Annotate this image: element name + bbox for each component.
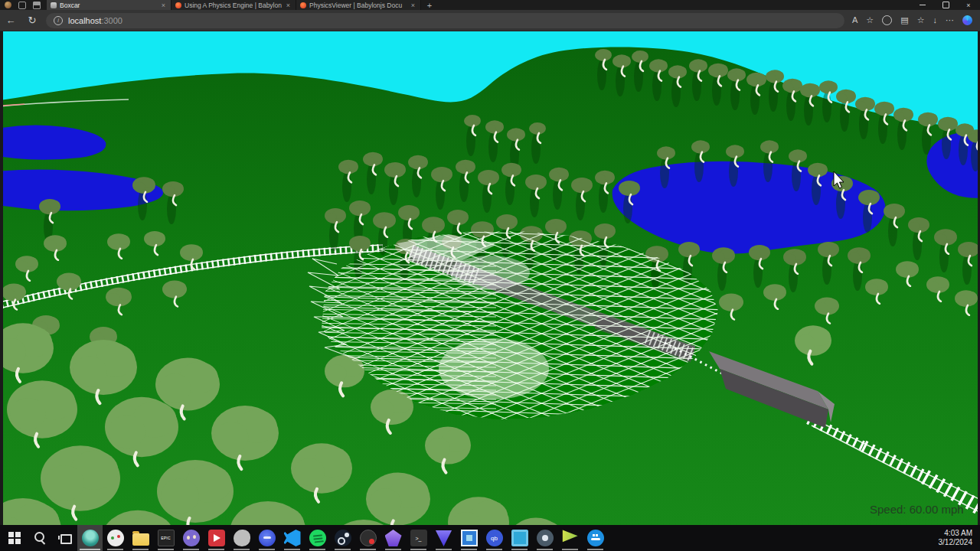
blue-tile-app-icon[interactable] bbox=[507, 525, 532, 551]
white-circle-app-icon-glyph bbox=[107, 530, 124, 546]
epic-games-icon[interactable]: EPIC bbox=[153, 525, 178, 551]
active-app-icon[interactable] bbox=[77, 525, 103, 551]
page-favicon bbox=[51, 2, 57, 8]
back-button[interactable]: ← bbox=[0, 15, 21, 26]
photos-app-icon[interactable] bbox=[456, 525, 482, 551]
collections-book-icon[interactable]: ▤ bbox=[900, 16, 908, 24]
taskbar: EPIC>_qb 4:03 AM 3/12/2024 bbox=[0, 525, 980, 551]
browser-essentials-icon[interactable] bbox=[882, 15, 892, 25]
tab-close-icon[interactable]: × bbox=[410, 2, 416, 9]
red-media-app-icon[interactable] bbox=[204, 525, 229, 551]
flag-app-icon[interactable] bbox=[557, 525, 583, 551]
babylon-scene: Speed: 60.00 mph bbox=[0, 31, 980, 525]
spotify-icon-glyph bbox=[309, 530, 326, 546]
refresh-button[interactable]: ↻ bbox=[21, 15, 43, 26]
quickbooks-app-icon-glyph: qb bbox=[486, 530, 503, 546]
blue-orb-app-icon-glyph bbox=[259, 530, 276, 546]
gray-circle-app-icon-glyph bbox=[537, 530, 554, 546]
new-tab-button[interactable]: + bbox=[421, 0, 438, 10]
tab-title: PhysicsViewer | Babylonjs Docu bbox=[309, 2, 407, 9]
scene-canvas[interactable]: Speed: 60.00 mph bbox=[0, 31, 980, 525]
terminal-icon-glyph: >_ bbox=[410, 530, 427, 546]
address-bar[interactable]: i localhost:3000 bbox=[46, 13, 844, 28]
tree bbox=[366, 473, 430, 525]
window-controls: × bbox=[911, 0, 980, 10]
system-tray-clock[interactable]: 4:03 AM 3/12/2024 bbox=[939, 525, 980, 551]
titlebar-left-icons bbox=[0, 0, 47, 10]
docker-icon[interactable] bbox=[583, 525, 608, 551]
photos-app-icon-glyph bbox=[461, 530, 478, 546]
search-button[interactable] bbox=[27, 525, 52, 551]
clock-date: 3/12/2024 bbox=[939, 538, 973, 547]
start-button-glyph bbox=[6, 530, 23, 546]
babylon-favicon bbox=[175, 2, 181, 8]
task-view-button-glyph bbox=[57, 530, 74, 546]
downloads-icon[interactable]: ↓ bbox=[933, 16, 938, 24]
profile-avatar[interactable] bbox=[5, 2, 11, 8]
file-explorer-icon-glyph bbox=[132, 533, 149, 546]
workspaces-icon[interactable] bbox=[18, 2, 26, 9]
recorder-app-icon-glyph bbox=[360, 530, 377, 546]
file-explorer-icon[interactable] bbox=[128, 525, 153, 551]
active-app-icon-glyph bbox=[82, 530, 99, 546]
tab-actions-icon[interactable] bbox=[33, 2, 41, 9]
tab-physicsviewer-babylonjs-[interactable]: PhysicsViewer | Babylonjs Docu× bbox=[296, 0, 421, 10]
tab-title: Using A Physics Engine | Babylon bbox=[185, 2, 282, 9]
sticker-app-icon-glyph bbox=[234, 530, 250, 546]
desktop: Boxcar×Using A Physics Engine | Babylon×… bbox=[0, 0, 980, 551]
speed-readout: Speed: 60.00 mph bbox=[870, 503, 964, 516]
terminal-icon[interactable]: >_ bbox=[406, 525, 431, 551]
tab-using-a-physics-engine-b[interactable]: Using A Physics Engine | Babylon× bbox=[172, 0, 296, 10]
site-info-icon[interactable]: i bbox=[54, 16, 63, 25]
triangle-app-icon[interactable] bbox=[431, 525, 456, 551]
vscode-icon[interactable] bbox=[279, 525, 305, 551]
close-window-button[interactable]: × bbox=[957, 0, 980, 10]
settings-more-icon[interactable]: ⋯ bbox=[946, 16, 954, 24]
copilot-icon[interactable] bbox=[962, 15, 972, 25]
blue-orb-app-icon[interactable] bbox=[254, 525, 279, 551]
browser-titlebar: Boxcar×Using A Physics Engine | Babylon×… bbox=[0, 0, 980, 10]
favorites-star-icon[interactable]: ☆ bbox=[866, 16, 874, 24]
left-edge-bar bbox=[0, 31, 3, 525]
browser-toolbar: ← ↻ i localhost:3000 A☆▤☆↓⋯ bbox=[0, 10, 980, 31]
blue-tile-app-icon-glyph bbox=[511, 530, 528, 546]
tab-strip: Boxcar×Using A Physics Engine | Babylon×… bbox=[47, 0, 421, 10]
quickbooks-app-icon[interactable]: qb bbox=[482, 525, 507, 551]
toolbar-actions: A☆▤☆↓⋯ bbox=[852, 15, 980, 25]
epic-games-icon-glyph: EPIC bbox=[158, 530, 175, 546]
vscode-icon-glyph bbox=[284, 530, 301, 546]
tab-boxcar[interactable]: Boxcar× bbox=[47, 0, 172, 10]
task-view-button[interactable] bbox=[52, 525, 77, 551]
steam-icon-glyph bbox=[335, 530, 351, 546]
sticker-app-icon[interactable] bbox=[229, 525, 254, 551]
taskbar-icons: EPIC>_qb bbox=[0, 525, 608, 551]
tab-close-icon[interactable]: × bbox=[160, 2, 167, 9]
gem-app-icon[interactable] bbox=[381, 525, 406, 551]
docker-icon-glyph bbox=[587, 530, 604, 546]
minimize-button[interactable] bbox=[911, 0, 934, 10]
gray-circle-app-icon[interactable] bbox=[532, 525, 557, 551]
collections-star-icon[interactable]: ☆ bbox=[917, 16, 925, 24]
white-circle-app-icon[interactable] bbox=[103, 525, 128, 551]
gem-app-icon-glyph bbox=[385, 530, 402, 546]
restore-button[interactable] bbox=[934, 0, 957, 10]
spotify-icon[interactable] bbox=[305, 525, 330, 551]
tab-close-icon[interactable]: × bbox=[285, 2, 292, 9]
purple-chat-app-icon-glyph bbox=[183, 530, 200, 546]
flag-app-icon-glyph bbox=[562, 530, 579, 546]
tab-title: Boxcar bbox=[60, 2, 157, 9]
clock-time: 4:03 AM bbox=[944, 529, 972, 538]
purple-chat-app-icon[interactable] bbox=[178, 525, 204, 551]
steam-icon[interactable] bbox=[330, 525, 355, 551]
triangle-app-icon-glyph bbox=[436, 530, 452, 546]
red-media-app-icon-glyph bbox=[208, 530, 225, 546]
read-aloud-icon[interactable]: A bbox=[852, 16, 858, 24]
babylon-favicon bbox=[300, 2, 306, 8]
search-button-glyph bbox=[31, 530, 48, 546]
start-button[interactable] bbox=[2, 525, 27, 551]
recorder-app-icon[interactable] bbox=[355, 525, 381, 551]
url-text: localhost:3000 bbox=[68, 16, 122, 25]
